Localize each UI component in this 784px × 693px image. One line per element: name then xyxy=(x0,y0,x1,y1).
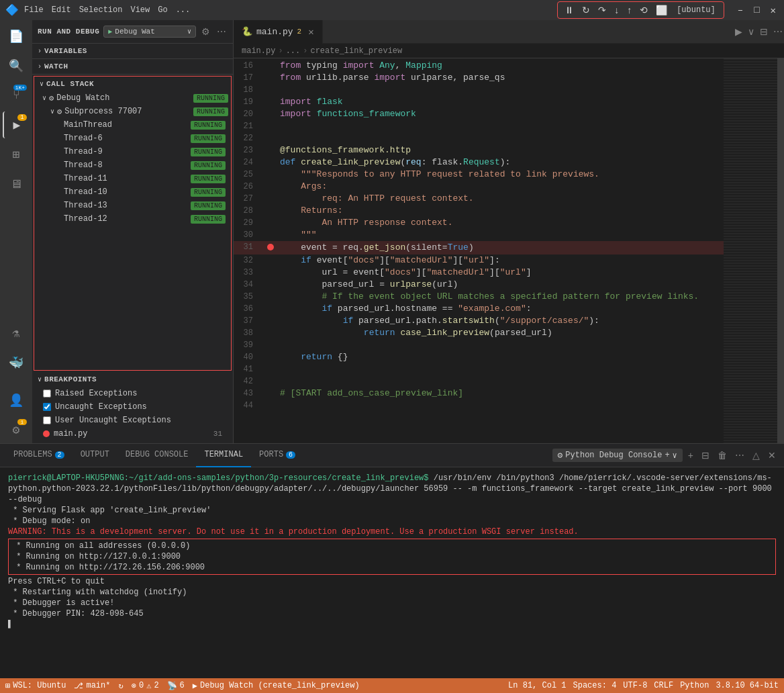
uncaught-exceptions-checkbox[interactable] xyxy=(43,403,51,411)
gutter-30[interactable] xyxy=(264,229,277,241)
status-eol[interactable]: CRLF xyxy=(654,681,673,690)
activity-search[interactable]: 🔍 xyxy=(3,52,30,79)
status-sync[interactable]: ↻ xyxy=(118,681,123,691)
gutter-40[interactable] xyxy=(264,351,277,363)
activity-settings[interactable]: ⚙ 1 xyxy=(3,416,30,443)
debug-restart-button[interactable]: ⟲ xyxy=(637,3,650,17)
panel-close-button[interactable]: ✕ xyxy=(765,449,779,462)
raised-exceptions-checkbox[interactable] xyxy=(43,389,51,398)
thread-8[interactable]: Thread-8 RUNNING xyxy=(48,158,231,172)
gutter-21[interactable] xyxy=(264,120,277,132)
gutter-16[interactable] xyxy=(264,60,277,72)
thread-6[interactable]: Thread-6 RUNNING xyxy=(48,132,231,145)
debug-pause-button[interactable]: ⏸ xyxy=(562,3,577,17)
status-git-branch[interactable]: ⎇ main* xyxy=(74,681,110,691)
gutter-23[interactable] xyxy=(264,144,277,156)
breakpoints-header[interactable]: ∨ BREAKPOINTS xyxy=(32,372,233,387)
menu-view[interactable]: View xyxy=(130,5,150,15)
terminal-content[interactable]: pierrick@LAPTOP-HKU5PNNG:~/git/add-ons-s… xyxy=(0,467,784,678)
status-cursor[interactable]: Ln 81, Col 1 xyxy=(508,681,566,690)
activity-account[interactable]: 👤 xyxy=(3,387,30,414)
activity-extensions[interactable]: ⊞ xyxy=(3,141,30,168)
activity-remote-explorer[interactable]: 🖥 xyxy=(3,171,30,197)
subprocess-header[interactable]: ∨ ⚙ Subprocess 77007 RUNNING xyxy=(48,105,231,118)
activity-explorer[interactable]: 📄 xyxy=(3,23,30,50)
debug-continue-button[interactable]: ↻ xyxy=(579,3,593,17)
debug-console-selector[interactable]: ⚙ Python Debug Console + ∨ xyxy=(552,449,683,462)
run-python-button[interactable]: ▶ xyxy=(734,25,744,38)
gutter-29[interactable] xyxy=(264,217,277,229)
activity-test[interactable]: ⚗ xyxy=(3,320,30,346)
split-editor-button[interactable]: ⊟ xyxy=(758,25,769,38)
activity-source-control[interactable]: ⑂ 1K+ xyxy=(3,82,30,109)
tab-mainpy[interactable]: 🐍 main.py 2 ✕ xyxy=(234,20,323,44)
gutter-39[interactable] xyxy=(264,339,277,351)
minimize-button[interactable]: – xyxy=(735,5,746,16)
gutter-36[interactable] xyxy=(264,303,277,315)
thread-12[interactable]: Thread-12 RUNNING xyxy=(48,212,231,226)
status-encoding[interactable]: UTF-8 xyxy=(623,681,647,690)
menu-selection[interactable]: Selection xyxy=(79,5,123,15)
debug-step-over-button[interactable]: ↷ xyxy=(595,3,609,17)
status-debug-session[interactable]: ▶ Debug Watch (create_link_preview) xyxy=(193,681,360,691)
breadcrumb-file[interactable]: main.py xyxy=(242,46,275,56)
menu-file[interactable]: File xyxy=(24,5,44,15)
debug-more-button[interactable]: ⋯ xyxy=(215,25,228,38)
gutter-25[interactable] xyxy=(264,169,277,181)
tab-close-button[interactable]: ✕ xyxy=(308,26,313,38)
panel-maximize-button[interactable]: △ xyxy=(750,449,763,462)
gutter-35[interactable] xyxy=(264,291,277,303)
thread-10[interactable]: Thread-10 RUNNING xyxy=(48,185,231,199)
activity-run-debug[interactable]: ▶ 1 xyxy=(3,111,30,138)
tab-terminal[interactable]: TERMINAL xyxy=(196,444,251,467)
run-python-chevron-button[interactable]: ∨ xyxy=(746,25,756,38)
watch-header[interactable]: › WATCH xyxy=(32,59,233,74)
thread-11[interactable]: Thread-11 RUNNING xyxy=(48,172,231,185)
gutter-24[interactable] xyxy=(264,156,277,169)
gutter-18[interactable] xyxy=(264,84,277,96)
gutter-43[interactable] xyxy=(264,387,277,400)
debug-stop-button[interactable]: ⬜ xyxy=(653,3,670,17)
gutter-37[interactable] xyxy=(264,315,277,327)
status-errors[interactable]: ⊗ 0 ⚠ 2 xyxy=(132,681,159,691)
panel-more-button[interactable]: ⋯ xyxy=(732,449,747,462)
editor-scrollbar[interactable] xyxy=(777,58,784,443)
menu-edit[interactable]: Edit xyxy=(52,5,71,15)
maximize-button[interactable]: □ xyxy=(751,5,762,16)
debug-config-selector[interactable]: ▶ Debug Wat ∨ xyxy=(103,26,196,38)
gutter-34[interactable] xyxy=(264,279,277,291)
debug-step-into-button[interactable]: ↓ xyxy=(611,3,622,17)
gutter-26[interactable] xyxy=(264,181,277,193)
gutter-22[interactable] xyxy=(264,132,277,144)
tab-output[interactable]: OUTPUT xyxy=(72,444,117,467)
tab-ports[interactable]: PORTS 6 xyxy=(251,444,303,467)
debug-settings-button[interactable]: ⚙ xyxy=(200,25,211,38)
more-actions-button[interactable]: ⋯ xyxy=(772,25,784,38)
gutter-41[interactable] xyxy=(264,363,277,375)
menu-more[interactable]: ... xyxy=(176,5,191,15)
status-ports[interactable]: 📡 6 xyxy=(167,681,185,691)
gutter-19[interactable] xyxy=(264,96,277,108)
thread-9[interactable]: Thread-9 RUNNING xyxy=(48,145,231,158)
trash-button[interactable]: 🗑 xyxy=(715,449,730,462)
tab-debug-console[interactable]: DEBUG CONSOLE xyxy=(117,444,197,467)
gutter-27[interactable] xyxy=(264,193,277,205)
thread-13[interactable]: Thread-13 RUNNING xyxy=(48,199,231,212)
debug-step-out-button[interactable]: ↑ xyxy=(624,3,634,17)
gutter-44[interactable] xyxy=(264,400,277,412)
close-button[interactable]: ✕ xyxy=(768,5,779,16)
status-wsl[interactable]: ⊞ WSL: Ubuntu xyxy=(5,681,66,691)
gutter-20[interactable] xyxy=(264,108,277,120)
thread-mainthread[interactable]: MainThread RUNNING xyxy=(48,118,231,132)
breadcrumb-function[interactable]: create_link_preview xyxy=(310,46,402,56)
code-content[interactable]: 16from typing import Any, Mapping17from … xyxy=(234,58,724,443)
gutter-31[interactable] xyxy=(264,241,277,255)
status-spaces[interactable]: Spaces: 4 xyxy=(573,681,617,690)
gutter-38[interactable] xyxy=(264,327,277,339)
split-terminal-button[interactable]: ⊟ xyxy=(699,449,712,462)
gutter-33[interactable] xyxy=(264,267,277,279)
menu-go[interactable]: Go xyxy=(158,5,167,15)
user-uncaught-checkbox[interactable] xyxy=(43,416,51,424)
gutter-28[interactable] xyxy=(264,205,277,217)
gutter-42[interactable] xyxy=(264,375,277,387)
